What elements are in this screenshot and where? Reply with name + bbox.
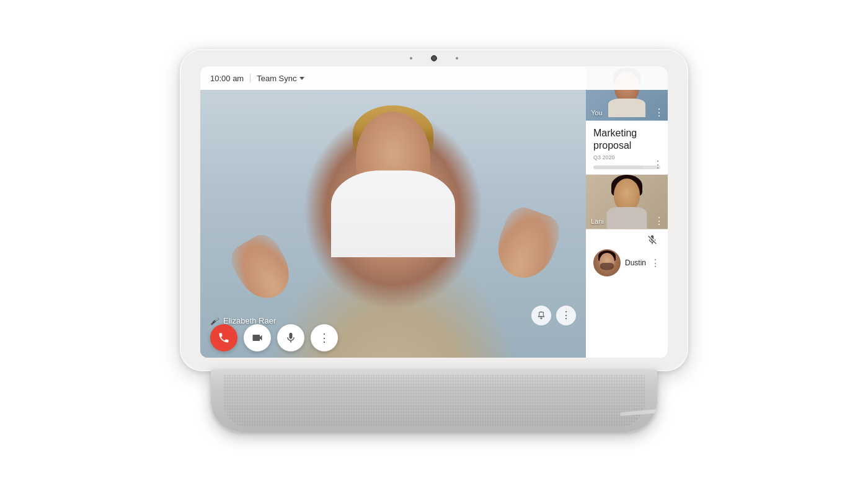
screen-header: 10:00 am Team Sync xyxy=(200,66,668,90)
camera-bar xyxy=(410,55,458,61)
camera-dot-right xyxy=(456,57,458,60)
dustin-avatar xyxy=(593,249,621,276)
dustin-section: Dustin ⋮ xyxy=(586,229,668,358)
video-toggle-button[interactable] xyxy=(244,324,271,351)
dustin-beard xyxy=(600,263,614,270)
right-sidebar: You ⋮ Marketing proposal Q3 2020 ⋮ xyxy=(586,66,668,358)
you-body xyxy=(608,99,645,117)
proposal-bar-fill xyxy=(593,165,644,169)
you-label: You xyxy=(591,109,603,117)
screen: 10:00 am Team Sync xyxy=(200,66,668,358)
video-controls: ⋮ xyxy=(210,324,576,351)
lani-label: Lani xyxy=(591,218,604,225)
hand-right xyxy=(489,203,565,286)
you-more-button[interactable]: ⋮ xyxy=(654,108,664,118)
mute-indicator xyxy=(593,234,660,245)
dustin-more-button[interactable]: ⋮ xyxy=(650,257,660,269)
hand-left xyxy=(225,229,299,307)
proposal-card: Marketing proposal Q3 2020 ⋮ xyxy=(586,121,668,175)
lani-tile: Lani ⋮ xyxy=(586,175,668,229)
mic-icon xyxy=(285,332,297,344)
fabric-texture xyxy=(223,375,645,427)
header-meeting[interactable]: Team Sync xyxy=(257,74,304,83)
camera-lens xyxy=(431,55,437,61)
mute-icon xyxy=(647,234,658,245)
dustin-row: Dustin ⋮ xyxy=(593,249,660,276)
mic-toggle-button[interactable] xyxy=(277,324,304,351)
proposal-title: Marketing proposal xyxy=(593,127,660,152)
proposal-subtitle: Q3 2020 xyxy=(593,154,660,161)
proposal-progress-bar xyxy=(593,165,660,169)
pin-icon xyxy=(536,311,546,320)
camera-dot-left xyxy=(410,57,412,60)
dustin-name: Dustin xyxy=(625,258,646,267)
device-wrapper: 10:00 am Team Sync xyxy=(180,49,688,432)
header-divider xyxy=(250,74,250,82)
device-base xyxy=(211,370,657,432)
more-options-button[interactable]: ⋮ xyxy=(311,324,338,351)
main-video-more-icon: ⋮ xyxy=(561,311,571,320)
end-call-button[interactable] xyxy=(210,324,237,351)
proposal-more-button[interactable]: ⋮ xyxy=(653,159,663,170)
main-video: 🎤 Elizabeth Raer ⋮ xyxy=(200,90,586,358)
more-options-icon: ⋮ xyxy=(319,332,330,343)
header-time: 10:00 am xyxy=(210,74,244,83)
video-icon xyxy=(251,332,264,344)
meeting-name: Team Sync xyxy=(257,74,296,83)
device-body: 10:00 am Team Sync xyxy=(180,49,688,371)
main-video-more-button[interactable]: ⋮ xyxy=(556,306,576,325)
person-body xyxy=(331,170,455,257)
end-call-icon xyxy=(218,332,230,344)
video-overlay-buttons: ⋮ xyxy=(531,306,576,325)
lani-head xyxy=(614,179,640,211)
meeting-dropdown-icon[interactable] xyxy=(299,77,304,80)
lani-body xyxy=(607,207,647,229)
pin-button[interactable] xyxy=(531,306,551,325)
lani-person xyxy=(599,175,655,224)
lani-more-button[interactable]: ⋮ xyxy=(654,216,664,226)
